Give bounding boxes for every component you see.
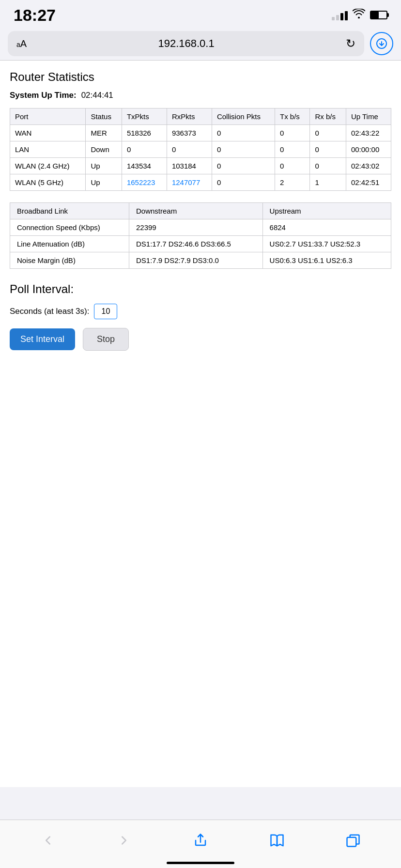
back-button[interactable] (41, 833, 55, 848)
bb-table-cell: 22399 (129, 219, 262, 236)
ports-table-cell: 936373 (167, 125, 212, 141)
bb-table-row: Line Attenuation (dB)DS1:17.7 DS2:46.6 D… (10, 236, 391, 252)
poll-interval-section: Poll Interval: Seconds (at least 3s): Se… (10, 282, 391, 351)
ports-table-cell: WLAN (5 GHz) (10, 174, 86, 191)
bb-table-row: Connection Speed (Kbps)223996824 (10, 219, 391, 236)
home-indicator (167, 862, 234, 864)
col-status: Status (86, 108, 122, 125)
bb-table-cell: US0:6.3 US1:6.1 US2:6.3 (262, 252, 391, 269)
ports-table-cell: 0 (122, 141, 167, 158)
col-txbs: Tx b/s (275, 108, 310, 125)
ports-table-row: LANDown0000000:00:00 (10, 141, 391, 158)
ports-table-row: WANMER51832693637300002:43:22 (10, 125, 391, 141)
bb-table-cell: Connection Speed (Kbps) (10, 219, 129, 236)
ports-table-cell: 0 (212, 158, 275, 174)
ports-table-header-row: Port Status TxPkts RxPkts Collision Pkts… (10, 108, 391, 125)
bb-col-link: Broadband Link (10, 203, 129, 219)
bb-table-cell: DS1:7.9 DS2:7.9 DS3:0.0 (129, 252, 262, 269)
uptime-row: System Up Time: 02:44:41 (10, 91, 391, 100)
battery-icon (370, 11, 387, 19)
refresh-button[interactable]: ↻ (346, 37, 355, 50)
page-title: Router Statistics (10, 70, 391, 84)
ports-table-cell: 00:00:00 (346, 141, 391, 158)
broadband-table: Broadband Link Downstream Upstream Conne… (10, 202, 391, 269)
ports-table-cell: 2 (275, 174, 310, 191)
ports-table-cell: Down (86, 141, 122, 158)
btn-row: Set Interval Stop (10, 328, 391, 351)
download-button[interactable] (370, 32, 393, 55)
bb-header-row: Broadband Link Downstream Upstream (10, 203, 391, 219)
share-button[interactable] (193, 833, 208, 848)
url-bar[interactable]: aA 192.168.0.1 ↻ (8, 31, 364, 56)
bb-table-cell: US0:2.7 US1:33.7 US2:52.3 (262, 236, 391, 252)
col-collision: Collision Pkts (212, 108, 275, 125)
bb-col-upstream: Upstream (262, 203, 391, 219)
ports-table-cell: 0 (275, 125, 310, 141)
uptime-value: 02:44:41 (81, 91, 113, 100)
ports-table-cell: MER (86, 125, 122, 141)
poll-row: Seconds (at least 3s): (10, 304, 391, 319)
bb-table-cell: Noise Margin (dB) (10, 252, 129, 269)
set-interval-button[interactable]: Set Interval (10, 328, 75, 350)
packet-link[interactable]: 1247077 (172, 178, 200, 186)
poll-input[interactable] (94, 304, 117, 319)
ports-table-cell: Up (86, 174, 122, 191)
bb-table-cell: Line Attenuation (dB) (10, 236, 129, 252)
browser-toolbar (0, 820, 401, 868)
ports-table-cell: 0 (212, 174, 275, 191)
ports-table-row: WLAN (2.4 GHz)Up14353410318400002:43:02 (10, 158, 391, 174)
ports-table-cell: 0 (212, 141, 275, 158)
bookmarks-button[interactable] (270, 833, 284, 848)
ports-table-cell: 0 (310, 125, 346, 141)
ports-table-cell: 518326 (122, 125, 167, 141)
col-rxpkts: RxPkts (167, 108, 212, 125)
packet-link[interactable]: 1652223 (127, 178, 155, 186)
bb-col-downstream: Downstream (129, 203, 262, 219)
forward-button[interactable] (117, 833, 131, 848)
signal-icon (332, 10, 348, 20)
poll-label: Seconds (at least 3s): (10, 307, 89, 316)
wifi-icon (353, 9, 365, 21)
tabs-button[interactable] (346, 833, 360, 848)
ports-table-cell: 103184 (167, 158, 212, 174)
ports-table-cell: 02:43:22 (346, 125, 391, 141)
ports-table-cell: 0 (212, 125, 275, 141)
bb-table-cell: 6824 (262, 219, 391, 236)
stop-button[interactable]: Stop (83, 328, 129, 351)
status-time: 18:27 (14, 6, 56, 25)
col-port: Port (10, 108, 86, 125)
ports-table-cell: 0 (310, 141, 346, 158)
ports-table-cell: 0 (275, 141, 310, 158)
ports-table-cell: WLAN (2.4 GHz) (10, 158, 86, 174)
poll-title: Poll Interval: (10, 282, 391, 296)
main-content: Router Statistics System Up Time: 02:44:… (0, 61, 401, 787)
ports-table-cell: 143534 (122, 158, 167, 174)
browser-bar: aA 192.168.0.1 ↻ (0, 27, 401, 60)
col-rxbs: Rx b/s (310, 108, 346, 125)
ports-table-cell: Up (86, 158, 122, 174)
ports-table-cell: 02:43:02 (346, 158, 391, 174)
col-txpkts: TxPkts (122, 108, 167, 125)
ports-table-cell: LAN (10, 141, 86, 158)
status-bar: 18:27 (0, 0, 401, 27)
ports-table-cell: 1 (310, 174, 346, 191)
ports-table-cell: WAN (10, 125, 86, 141)
svg-rect-3 (347, 837, 356, 846)
ports-table-row: WLAN (5 GHz)Up1652223124707702102:42:51 (10, 174, 391, 191)
text-size-button[interactable]: aA (16, 38, 27, 49)
status-icons (332, 9, 387, 21)
url-field[interactable]: 192.168.0.1 (27, 37, 346, 50)
ports-table-cell: 02:42:51 (346, 174, 391, 191)
col-uptime: Up Time (346, 108, 391, 125)
bb-table-row: Noise Margin (dB)DS1:7.9 DS2:7.9 DS3:0.0… (10, 252, 391, 269)
ports-table-cell: 0 (275, 158, 310, 174)
ports-table-cell: 0 (310, 158, 346, 174)
ports-table: Port Status TxPkts RxPkts Collision Pkts… (10, 108, 391, 191)
uptime-label: System Up Time: (10, 91, 77, 100)
ports-table-cell: 1652223 (122, 174, 167, 191)
ports-table-cell: 0 (167, 141, 212, 158)
bb-table-cell: DS1:17.7 DS2:46.6 DS3:66.5 (129, 236, 262, 252)
ports-table-cell: 1247077 (167, 174, 212, 191)
